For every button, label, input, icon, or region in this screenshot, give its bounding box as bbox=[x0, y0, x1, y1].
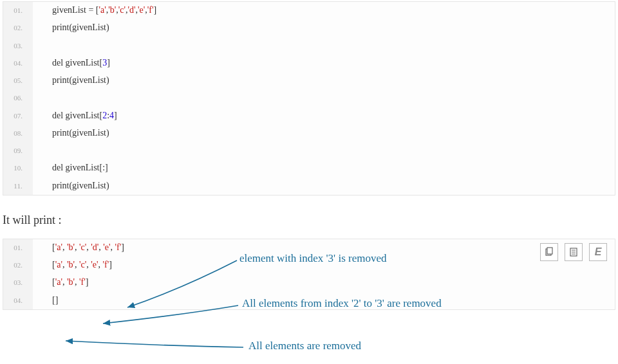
code-text: print(givenList) bbox=[33, 125, 109, 141]
view-button[interactable] bbox=[565, 243, 583, 261]
code-line: 01.givenList = ['a','b','c','d','e','f'] bbox=[3, 2, 615, 19]
output-text: ['a', 'b', 'c', 'd', 'e', 'f'] bbox=[33, 240, 124, 256]
code-line: 04.del givenList[3] bbox=[3, 55, 615, 72]
code-line: 07.del givenList[2:4] bbox=[3, 107, 615, 125]
line-number: 04. bbox=[3, 55, 33, 72]
line-number: 11. bbox=[3, 177, 33, 195]
copy-button[interactable] bbox=[540, 243, 558, 261]
code-line: 02.print(givenList) bbox=[3, 19, 615, 37]
line-number: 10. bbox=[3, 159, 33, 177]
line-number: 03. bbox=[3, 37, 33, 55]
line-number: 02. bbox=[3, 257, 33, 274]
line-number: 03. bbox=[3, 274, 33, 291]
code-text: givenList = ['a','b','c','d','e','f'] bbox=[33, 3, 156, 19]
output-text: [] bbox=[33, 293, 58, 309]
line-number: 01. bbox=[3, 2, 33, 19]
edit-icon: E bbox=[595, 246, 602, 258]
line-number: 08. bbox=[3, 125, 33, 142]
code-line: 10.del givenList[:] bbox=[3, 159, 615, 177]
output-text: ['a', 'b', 'f'] bbox=[33, 275, 88, 291]
output-text: ['a', 'b', 'c', 'e', 'f'] bbox=[33, 257, 112, 273]
output-line: 03.['a', 'b', 'f'] bbox=[3, 274, 615, 291]
code-line: 09. bbox=[3, 142, 615, 159]
intro-text: It will print : bbox=[3, 214, 618, 227]
code-line: 06. bbox=[3, 89, 615, 107]
code-text: del givenList[2:4] bbox=[33, 108, 117, 124]
code-line: 08.print(givenList) bbox=[3, 125, 615, 142]
line-number: 09. bbox=[3, 142, 33, 159]
code-line: 11.print(givenList) bbox=[3, 177, 615, 195]
code-line: 05.print(givenList) bbox=[3, 72, 615, 89]
annotation-3: All elements are removed bbox=[248, 340, 361, 352]
document-icon bbox=[568, 247, 579, 257]
code-text: print(givenList) bbox=[33, 178, 109, 194]
line-number: 01. bbox=[3, 239, 33, 257]
copy-icon bbox=[544, 247, 554, 257]
source-code-block: 01.givenList = ['a','b','c','d','e','f']… bbox=[3, 1, 615, 196]
line-number: 04. bbox=[3, 292, 33, 309]
line-number: 05. bbox=[3, 72, 33, 89]
code-line: 03. bbox=[3, 37, 615, 55]
code-text: del givenList[3] bbox=[33, 55, 110, 71]
line-number: 02. bbox=[3, 19, 33, 37]
code-text: del givenList[:] bbox=[33, 160, 108, 176]
annotation-2: All elements from index '2' to '3' are r… bbox=[242, 297, 442, 310]
line-number: 06. bbox=[3, 89, 33, 107]
output-toolbar: E bbox=[540, 243, 607, 261]
code-text: print(givenList) bbox=[33, 20, 109, 36]
svg-rect-1 bbox=[547, 248, 552, 254]
edit-button[interactable]: E bbox=[589, 243, 607, 261]
line-number: 07. bbox=[3, 107, 33, 125]
annotation-1: element with index '3' is removed bbox=[239, 252, 387, 265]
code-text: print(givenList) bbox=[33, 73, 109, 89]
